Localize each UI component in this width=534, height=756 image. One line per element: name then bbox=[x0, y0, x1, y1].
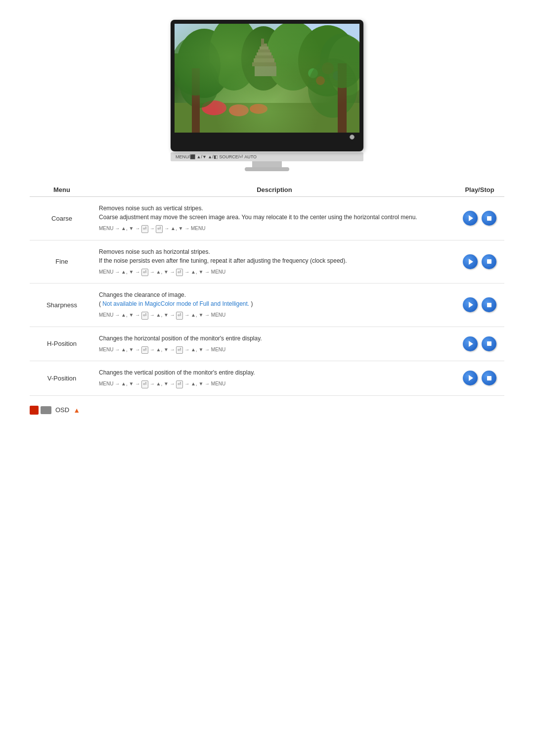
svg-point-4 bbox=[266, 24, 320, 91]
bottom-nav: OSD ▲ bbox=[30, 406, 504, 415]
play-button-fine[interactable] bbox=[463, 254, 478, 269]
playstop-hposition bbox=[455, 336, 504, 351]
monitor-screen bbox=[175, 24, 359, 133]
desc-hposition: Changes the horizontal position of the m… bbox=[94, 334, 455, 354]
monitor-frame bbox=[171, 20, 363, 151]
monitor-controls: MENU/⬛ ▲/▼ ▲/◧ SOURCE/⏎ AUTO bbox=[171, 152, 363, 161]
nav-path-coarse: MENU → ▲, ▼ → ⏎ → ⏎ → ▲, ▼ → MENU bbox=[99, 225, 450, 233]
stop-button-vposition[interactable] bbox=[482, 371, 496, 385]
desc-coarse: Removes noise such as vertical stripes. … bbox=[94, 204, 455, 233]
monitor-bezel bbox=[175, 133, 359, 142]
svg-rect-16 bbox=[254, 58, 274, 62]
svg-point-22 bbox=[316, 76, 325, 85]
svg-point-1 bbox=[177, 29, 231, 98]
svg-point-10 bbox=[250, 104, 267, 114]
svg-rect-17 bbox=[252, 62, 276, 66]
table-row: Coarse Removes noise such as vertical st… bbox=[30, 197, 504, 240]
header-menu: Menu bbox=[30, 186, 94, 193]
table-row: V-Position Changes the vertical position… bbox=[30, 361, 504, 396]
svg-rect-12 bbox=[260, 47, 268, 49]
stop-button-hposition[interactable] bbox=[482, 336, 496, 351]
stop-button-sharpness[interactable] bbox=[482, 297, 496, 312]
svg-rect-19 bbox=[255, 66, 276, 76]
table-header: Menu Description Play/Stop bbox=[30, 186, 504, 197]
svg-point-2 bbox=[209, 24, 259, 91]
desc-vposition: Changes the vertical position of the mon… bbox=[94, 368, 455, 388]
svg-point-24 bbox=[179, 58, 219, 108]
svg-point-8 bbox=[202, 100, 226, 115]
table-section: Menu Description Play/Stop Coarse Remove… bbox=[30, 186, 504, 396]
play-button-hposition[interactable] bbox=[463, 336, 478, 351]
svg-point-3 bbox=[241, 26, 286, 91]
controls-text: MENU/⬛ ▲/▼ ▲/◧ SOURCE/⏎ AUTO bbox=[176, 154, 257, 159]
svg-point-6 bbox=[328, 36, 359, 95]
nav-path-vposition: MENU → ▲, ▼ → ⏎ → ▲, ▼ → ⏎ → ▲, ▼ → MENU bbox=[99, 380, 450, 388]
menu-vposition: V-Position bbox=[30, 375, 94, 382]
svg-point-9 bbox=[229, 104, 249, 116]
svg-rect-11 bbox=[261, 44, 267, 47]
header-playstop: Play/Stop bbox=[455, 186, 504, 193]
playstop-coarse bbox=[455, 211, 504, 226]
menu-fine: Fine bbox=[30, 258, 94, 265]
play-button-sharpness[interactable] bbox=[463, 297, 478, 312]
svg-rect-26 bbox=[338, 63, 347, 133]
svg-point-5 bbox=[298, 25, 357, 96]
menu-hposition: H-Position bbox=[30, 340, 94, 347]
stop-button-fine[interactable] bbox=[482, 254, 496, 269]
play-button-vposition[interactable] bbox=[463, 371, 478, 385]
stop-button-coarse[interactable] bbox=[482, 211, 496, 226]
svg-rect-7 bbox=[175, 103, 359, 133]
monitor-stand bbox=[252, 161, 282, 171]
nav-path-hposition: MENU → ▲, ▼ → ⏎ → ▲, ▼ → ⏎ → ▲, ▼ → MENU bbox=[99, 346, 450, 354]
svg-point-20 bbox=[308, 68, 318, 78]
table-row: Fine Removes noise such as horizontal st… bbox=[30, 240, 504, 284]
power-indicator bbox=[350, 135, 355, 140]
nav-btn-red[interactable] bbox=[30, 406, 39, 415]
playstop-fine bbox=[455, 254, 504, 269]
play-button-coarse[interactable] bbox=[463, 211, 478, 226]
menu-sharpness: Sharpness bbox=[30, 301, 94, 309]
menu-coarse: Coarse bbox=[30, 215, 94, 222]
page-wrapper: MENU/⬛ ▲/▼ ▲/◧ SOURCE/⏎ AUTO Menu Descri… bbox=[0, 0, 534, 434]
nav-btn-gray[interactable] bbox=[41, 406, 51, 414]
osd-label: OSD bbox=[55, 406, 69, 414]
desc-sharpness: Changes the clearance of image. ( Not av… bbox=[94, 290, 455, 320]
svg-rect-14 bbox=[257, 52, 271, 55]
nav-path-sharpness: MENU → ▲, ▼ → ⏎ → ▲, ▼ → ⏎ → ▲, ▼ → MENU bbox=[99, 311, 450, 320]
svg-point-21 bbox=[322, 62, 334, 74]
table-row: H-Position Changes the horizontal positi… bbox=[30, 327, 504, 362]
monitor-section: MENU/⬛ ▲/▼ ▲/◧ SOURCE/⏎ AUTO bbox=[30, 20, 504, 171]
svg-point-29 bbox=[175, 36, 221, 95]
playstop-sharpness bbox=[455, 297, 504, 312]
header-description: Description bbox=[94, 186, 455, 193]
svg-rect-15 bbox=[255, 55, 273, 58]
svg-point-25 bbox=[308, 58, 357, 118]
svg-rect-13 bbox=[258, 49, 270, 52]
playstop-vposition bbox=[455, 371, 504, 385]
table-row: Sharpness Changes the clearance of image… bbox=[30, 284, 504, 327]
svg-point-27 bbox=[320, 34, 359, 88]
svg-point-23 bbox=[333, 71, 343, 81]
svg-rect-18 bbox=[261, 39, 264, 45]
svg-rect-0 bbox=[175, 24, 359, 53]
nav-path-fine: MENU → ▲, ▼ → ⏎ → ▲, ▼ → ⏎ → ▲, ▼ → MENU bbox=[99, 268, 450, 277]
desc-fine: Removes noise such as horizontal stripes… bbox=[94, 247, 455, 277]
up-arrow-icon: ▲ bbox=[73, 406, 80, 414]
svg-rect-28 bbox=[192, 68, 200, 133]
